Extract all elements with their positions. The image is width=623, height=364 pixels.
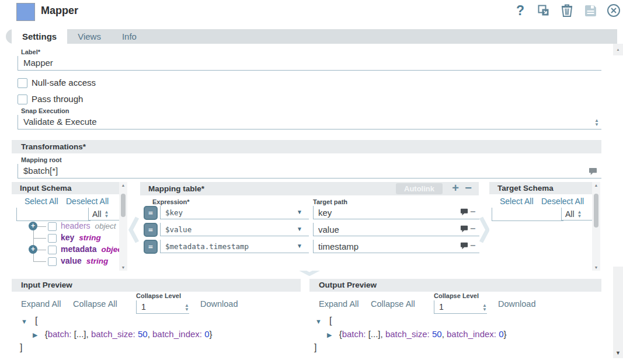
label-input[interactable] xyxy=(18,56,601,71)
expression-column-header: Expression* xyxy=(152,198,190,205)
collapse-triangle-icon[interactable]: ▼ xyxy=(315,318,322,325)
scrollbar-thumb[interactable] xyxy=(594,194,598,228)
input-schema-filter-input[interactable] xyxy=(16,208,91,221)
export-pipeline-button[interactable] xyxy=(537,3,551,18)
output-json-close: ] xyxy=(314,342,316,353)
expand-plus-icon[interactable]: + xyxy=(29,245,37,254)
null-safe-checkbox[interactable] xyxy=(18,78,27,88)
mapping-root-comment-icon[interactable] xyxy=(589,167,597,176)
snap-execution-select[interactable] xyxy=(18,115,601,130)
expression-dropdown-icon[interactable]: ▼ xyxy=(297,209,302,215)
scroll-up-icon[interactable]: ▲ xyxy=(613,44,623,55)
expand-plus-icon[interactable]: + xyxy=(29,222,37,230)
input-collapse-all-link[interactable]: Collapse All xyxy=(73,299,117,309)
trash-icon xyxy=(561,4,573,18)
target-schema-filter-input[interactable] xyxy=(492,208,563,221)
row-comment-icon[interactable] xyxy=(460,242,468,250)
row-comment-icon[interactable] xyxy=(460,208,468,216)
tree-item-type: object xyxy=(95,222,116,230)
output-collapse-level-stepper-icon[interactable]: ▲▼ xyxy=(482,303,487,312)
scrollbar-thumb[interactable] xyxy=(121,194,126,217)
target-schema-scope-stepper-icon[interactable]: ▲▼ xyxy=(577,210,582,218)
output-collapse-level-input[interactable] xyxy=(434,300,487,314)
input-schema-scrollbar[interactable]: ▲ ▼ xyxy=(119,182,127,271)
mapping-root-label: Mapping root xyxy=(21,156,62,163)
autolink-button[interactable]: Autolink xyxy=(396,183,443,194)
tree-row-key: keystring xyxy=(15,232,119,244)
add-row-button[interactable]: + xyxy=(452,181,459,195)
scroll-down-icon[interactable]: ▼ xyxy=(592,265,600,270)
row-remove-icon[interactable]: − xyxy=(470,240,475,251)
row-comment-icon[interactable] xyxy=(460,225,468,233)
help-icon: ? xyxy=(516,3,524,19)
input-schema-scope-stepper-icon[interactable]: ▲▼ xyxy=(105,210,109,218)
row-remove-icon[interactable]: − xyxy=(470,206,475,217)
remove-row-button[interactable]: − xyxy=(465,181,472,195)
input-schema-deselect-all[interactable]: Deselect All xyxy=(66,197,109,206)
tree-item-type: object xyxy=(101,245,119,254)
scroll-down-icon[interactable]: ▼ xyxy=(119,265,127,270)
output-json-root: ▼ [ xyxy=(315,316,332,326)
scroll-up-icon[interactable]: ▲ xyxy=(592,183,600,187)
scroll-down-icon[interactable]: ▼ xyxy=(613,350,623,356)
output-collapse-all-link[interactable]: Collapse All xyxy=(371,299,415,309)
scrollbar-track[interactable] xyxy=(613,267,623,358)
expression-toggle-button[interactable]: = xyxy=(144,206,158,220)
snap-execution-stepper-icon[interactable]: ▲▼ xyxy=(594,118,599,127)
collapse-triangle-icon[interactable]: ▼ xyxy=(21,318,27,325)
main-scrollbar[interactable]: ▲ ▼ xyxy=(613,44,623,358)
expression-input[interactable] xyxy=(160,206,309,219)
expression-dropdown-icon[interactable]: ▼ xyxy=(297,243,302,249)
target-path-input[interactable] xyxy=(313,206,479,219)
row-remove-icon[interactable]: − xyxy=(470,223,475,234)
expression-dropdown-icon[interactable]: ▼ xyxy=(297,226,302,232)
input-collapse-level-label: Collapse Level xyxy=(136,292,181,299)
target-path-input[interactable] xyxy=(313,223,479,236)
input-schema-select-all[interactable]: Select All xyxy=(25,197,58,206)
input-collapse-level-input[interactable] xyxy=(136,300,189,314)
input-collapse-level-stepper-icon[interactable]: ▲▼ xyxy=(185,303,189,312)
target-schema-deselect-all[interactable]: Deselect All xyxy=(541,197,584,206)
target-schema-title: Target Schema xyxy=(489,182,600,194)
input-expand-all-link[interactable]: Expand All xyxy=(21,299,61,309)
expression-input[interactable] xyxy=(160,223,309,236)
snap-icon xyxy=(16,3,35,21)
expand-triangle-icon[interactable]: ▶ xyxy=(327,331,332,338)
pass-through-label: Pass through xyxy=(32,94,83,104)
headers-checkbox[interactable] xyxy=(48,222,57,231)
expression-input[interactable] xyxy=(160,240,309,253)
delete-snap-button[interactable] xyxy=(560,3,574,18)
key-checkbox[interactable] xyxy=(48,234,57,243)
target-schema-scope-select[interactable]: All ▲▼ xyxy=(561,208,594,220)
tab-info[interactable]: Info xyxy=(112,29,147,44)
metadata-checkbox[interactable] xyxy=(48,246,57,254)
target-schema-select-all[interactable]: Select All xyxy=(500,197,534,206)
close-dialog-button[interactable] xyxy=(607,3,621,18)
save-button[interactable] xyxy=(583,3,597,18)
json-row-content[interactable]: {batch: [...], batch_size: 50, batch_ind… xyxy=(339,329,507,339)
input-download-link[interactable]: Download xyxy=(200,299,238,309)
tab-views[interactable]: Views xyxy=(67,29,112,44)
pass-through-checkbox[interactable] xyxy=(18,94,27,104)
output-expand-all-link[interactable]: Expand All xyxy=(319,299,359,309)
scrollbar-thumb[interactable] xyxy=(613,55,623,267)
expression-toggle-button[interactable]: = xyxy=(144,240,158,254)
output-collapse-level-label: Collapse Level xyxy=(434,292,479,299)
value-checkbox[interactable] xyxy=(48,257,57,266)
expand-triangle-icon[interactable]: ▶ xyxy=(33,331,37,338)
help-button[interactable]: ? xyxy=(513,3,527,18)
input-schema-tree: + headersobject keystring + metadataobje… xyxy=(15,220,119,270)
mapping-table-panel: Mapping table* Autolink + − Expression* … xyxy=(140,182,479,271)
snap-execution-label: Snap Execution xyxy=(21,107,69,114)
mapping-root-input[interactable] xyxy=(18,164,601,178)
json-row-content[interactable]: {batch: [...], batch_size: 50, batch_ind… xyxy=(45,329,213,339)
target-schema-scrollbar[interactable]: ▲ ▼ xyxy=(592,182,600,271)
expression-toggle-button[interactable]: = xyxy=(144,223,158,237)
target-path-input[interactable] xyxy=(313,240,479,253)
output-download-link[interactable]: Download xyxy=(498,299,536,309)
scroll-up-icon[interactable]: ▲ xyxy=(119,183,127,187)
close-icon xyxy=(607,4,621,18)
json-open-bracket: [ xyxy=(329,316,332,326)
tab-settings[interactable]: Settings xyxy=(12,29,67,44)
input-schema-scope-select[interactable]: All ▲▼ xyxy=(88,208,121,220)
